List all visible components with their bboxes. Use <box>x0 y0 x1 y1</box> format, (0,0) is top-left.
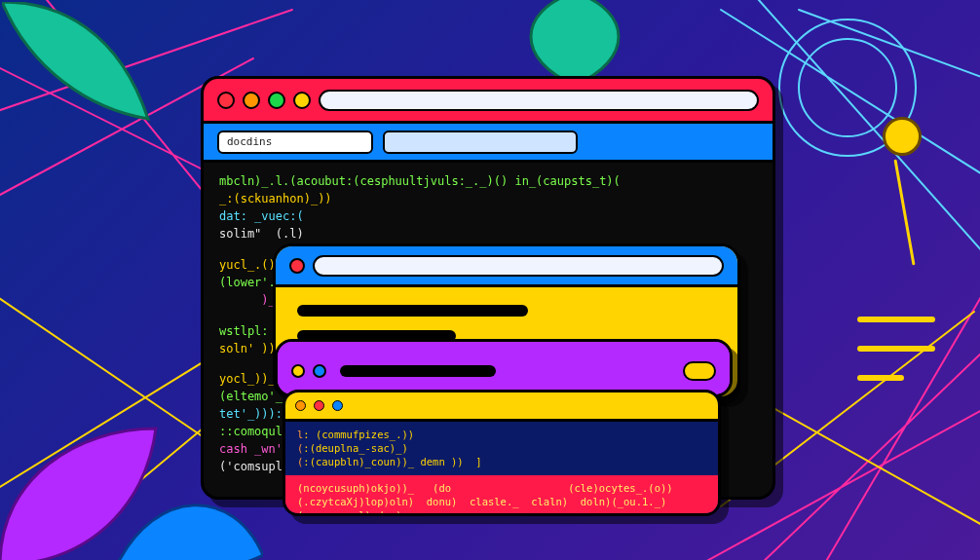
pin-icon <box>883 117 922 156</box>
card-window-purple[interactable] <box>275 339 733 397</box>
close-icon[interactable] <box>289 258 305 274</box>
minimize-icon[interactable] <box>243 92 260 109</box>
error-output: (ncoycusuph)okjo))_ (do (cle)ocytes_.(o)… <box>285 475 718 516</box>
dot-icon[interactable] <box>295 400 306 411</box>
error-line: (.ncoyausul)ud._) <box>297 508 706 516</box>
error-line: (ncoycusuph)okjo))_ (do (cle)ocytes_.(o)… <box>297 481 706 495</box>
titlebar[interactable] <box>278 342 730 394</box>
zoom-icon[interactable] <box>268 92 285 109</box>
titlebar[interactable] <box>285 392 718 422</box>
dot-icon[interactable] <box>291 364 305 378</box>
terminal-line: solim" (.l) <box>219 225 757 243</box>
address-bar[interactable] <box>313 255 724 277</box>
titlebar[interactable] <box>276 246 737 287</box>
lines-glyph <box>857 317 935 404</box>
close-icon[interactable] <box>217 92 235 109</box>
tab-active[interactable]: docdins <box>217 131 373 154</box>
titlebar[interactable] <box>204 79 773 124</box>
code-line: (:(caupbln)_coun))_ demn )) ] <box>297 455 706 468</box>
extra-dot-icon <box>293 92 311 109</box>
close-icon[interactable] <box>314 400 324 411</box>
placeholder-bar <box>340 365 496 377</box>
code-line: (:(deuplna_-sac)_) <box>297 441 706 455</box>
address-bar[interactable] <box>319 90 759 111</box>
terminal-line: mbcln)_.l.(acoubut:(cesphuultjvuls:_._)(… <box>219 172 757 190</box>
terminal-line: _:(sckuanhon)_)) <box>219 190 757 207</box>
code-line: l: (commufpizes_.)) <box>297 428 706 441</box>
dot-icon[interactable] <box>313 364 326 378</box>
toggle-pill[interactable] <box>683 361 716 381</box>
code-window-small[interactable]: l: (commufpizes_.))(:(deuplna_-sac)_)(:(… <box>283 390 721 516</box>
dot-icon[interactable] <box>332 400 343 411</box>
code-output: l: (commufpizes_.))(:(deuplna_-sac)_)(:(… <box>285 422 718 475</box>
tab-bar[interactable]: docdins <box>204 124 773 163</box>
tab-label: docdins <box>227 135 272 148</box>
terminal-line: dat: _vuec:( <box>219 207 757 225</box>
error-line: (.czytcaXj)lop)oln) donu) clasle._ claln… <box>297 495 706 508</box>
placeholder-bar <box>297 305 528 317</box>
tab-inactive[interactable] <box>383 131 578 154</box>
